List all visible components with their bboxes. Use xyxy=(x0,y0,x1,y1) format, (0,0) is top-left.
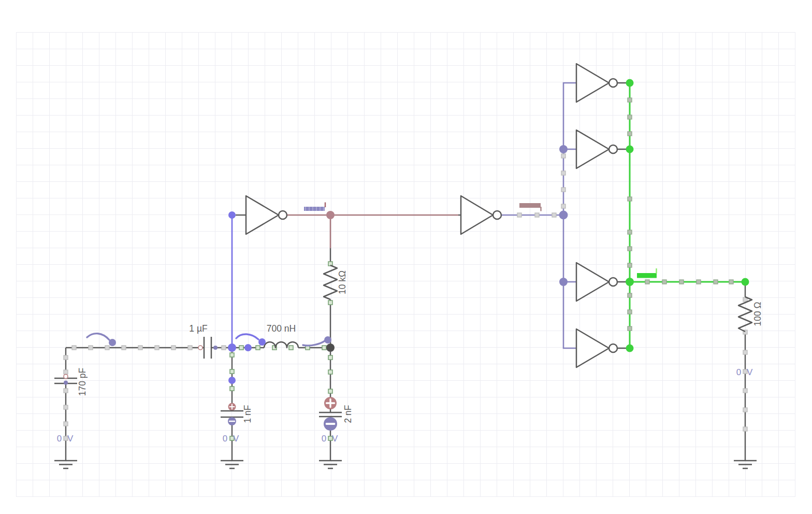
node-out2[interactable] xyxy=(626,146,634,153)
inverter-out1[interactable] xyxy=(576,64,617,102)
resistor-10k-zigzag[interactable] xyxy=(324,265,337,299)
node-invA-output[interactable] xyxy=(326,211,335,219)
capacitor-1uf-plates[interactable] xyxy=(204,337,211,359)
inverter-out3[interactable] xyxy=(576,263,617,301)
inductor-700nh-label[interactable]: 700 nH xyxy=(267,323,296,334)
inverter-out1-triangle[interactable] xyxy=(576,64,609,102)
capacitor-1nf[interactable]: 1 nF xyxy=(221,403,253,426)
node-100ohm-top[interactable] xyxy=(742,278,749,286)
resistor-100-label[interactable]: 100 Ω xyxy=(752,302,763,326)
resistor-100-zigzag[interactable] xyxy=(738,297,752,332)
inverter-out4[interactable] xyxy=(576,329,617,367)
inverter-A[interactable] xyxy=(246,196,287,234)
wire-right-output-stubs[interactable] xyxy=(617,83,626,348)
node-dots[interactable] xyxy=(228,79,749,384)
current-flow-marks-on-green-wire xyxy=(628,98,733,331)
node-bus-in3[interactable] xyxy=(559,278,568,286)
probe-arrow-curve[interactable] xyxy=(236,334,258,339)
minus-polarity-icon xyxy=(213,346,218,350)
plus-polarity-icon xyxy=(64,375,68,379)
node-invA-input[interactable] xyxy=(228,211,236,219)
probe-arrows[interactable] xyxy=(87,334,331,346)
waveform-indicator-invA-output xyxy=(304,203,325,211)
inverter-B-triangle[interactable] xyxy=(461,196,493,234)
inverter-out2-triangle[interactable] xyxy=(576,130,609,168)
capacitor-1uf[interactable]: 1 µF xyxy=(189,323,218,359)
capacitor-2nf[interactable]: 2 nF xyxy=(319,397,353,431)
inverter-out4-bubble-icon xyxy=(609,344,617,352)
resistor-10k[interactable]: 10 kΩ xyxy=(324,265,347,299)
plus-polarity-icon xyxy=(198,346,202,350)
schematic-svg: 170 pF 1 µF 700 nH 10 kΩ 100 Ω xyxy=(0,0,812,514)
ground-icon xyxy=(54,461,77,468)
capacitor-170pf[interactable]: 170 pF xyxy=(54,368,88,396)
ground-170pf[interactable] xyxy=(54,461,77,468)
minus-polarity-icon xyxy=(64,381,68,385)
capacitor-1nf-plates[interactable] xyxy=(221,411,243,417)
waveform-level-bar xyxy=(304,207,325,211)
inverter-A-bubble-icon xyxy=(279,211,287,219)
voltage-readouts: 0 V 0 V 0 V 0 V xyxy=(57,367,755,444)
capacitor-1nf-label[interactable]: 1 nF xyxy=(242,405,253,423)
waveform-indicator-out3 xyxy=(637,268,657,278)
resistor-10k-label[interactable]: 10 kΩ xyxy=(337,270,347,294)
ground-1nf[interactable] xyxy=(221,461,243,468)
ground-icon xyxy=(221,461,243,468)
probe-arrow-tip[interactable] xyxy=(324,336,331,344)
node-tank-right[interactable] xyxy=(326,344,335,352)
node-tank-left[interactable] xyxy=(228,344,236,352)
inverter-A-triangle[interactable] xyxy=(246,196,279,234)
inverter-out3-triangle[interactable] xyxy=(576,263,609,301)
probe-arrow-curve[interactable] xyxy=(303,341,325,346)
node-out4[interactable] xyxy=(626,345,634,352)
inductor-700nh[interactable]: 700 nH xyxy=(264,323,298,348)
ground-100ohm[interactable] xyxy=(734,461,757,468)
resistor-100[interactable]: 100 Ω xyxy=(738,297,763,332)
capacitor-1uf-label[interactable]: 1 µF xyxy=(189,323,207,334)
voltage-label-170pf: 0 V xyxy=(57,434,75,444)
inverter-out1-bubble-icon xyxy=(609,79,617,87)
voltage-label-100ohm: 0 V xyxy=(736,367,755,377)
inverter-out2[interactable] xyxy=(576,130,617,168)
node-bus-in2[interactable] xyxy=(559,145,568,153)
capacitor-2nf-label[interactable]: 2 nF xyxy=(343,405,353,423)
probe-arrow-tip[interactable] xyxy=(109,339,116,346)
circuit-canvas[interactable]: 170 pF 1 µF 700 nH 10 kΩ 100 Ω xyxy=(0,0,812,514)
inverter-out2-bubble-icon xyxy=(609,145,617,153)
ground-2nf[interactable] xyxy=(319,461,342,468)
node-out1[interactable] xyxy=(626,79,634,87)
probe-arrow-curve[interactable] xyxy=(87,334,109,340)
voltage-label-2nf: 0 V xyxy=(322,434,340,444)
node-wire-highlight[interactable] xyxy=(244,344,252,351)
waveform-level-bar xyxy=(637,273,657,278)
voltage-label-1nf: 0 V xyxy=(223,434,241,444)
ground-icon xyxy=(319,461,342,468)
inverter-B[interactable] xyxy=(461,196,501,234)
node-bus-mid[interactable] xyxy=(559,211,568,220)
inverter-B-bubble-icon xyxy=(493,211,501,219)
current-flow-marks-gray xyxy=(64,154,747,440)
capacitor-170pf-label[interactable]: 170 pF xyxy=(77,368,88,396)
inverter-out4-triangle[interactable] xyxy=(576,329,609,367)
probe-arrow-tip[interactable] xyxy=(258,338,266,346)
capacitor-2nf-plates[interactable] xyxy=(319,412,342,417)
wire-segments-dark[interactable] xyxy=(66,83,745,461)
waveform-level-bar xyxy=(519,203,541,208)
ground-icon xyxy=(734,461,757,468)
node-1nf-branch[interactable] xyxy=(228,377,236,384)
waveform-indicator-invB-output xyxy=(519,203,541,211)
inverter-out3-bubble-icon xyxy=(609,278,617,286)
node-out3[interactable] xyxy=(626,278,634,286)
